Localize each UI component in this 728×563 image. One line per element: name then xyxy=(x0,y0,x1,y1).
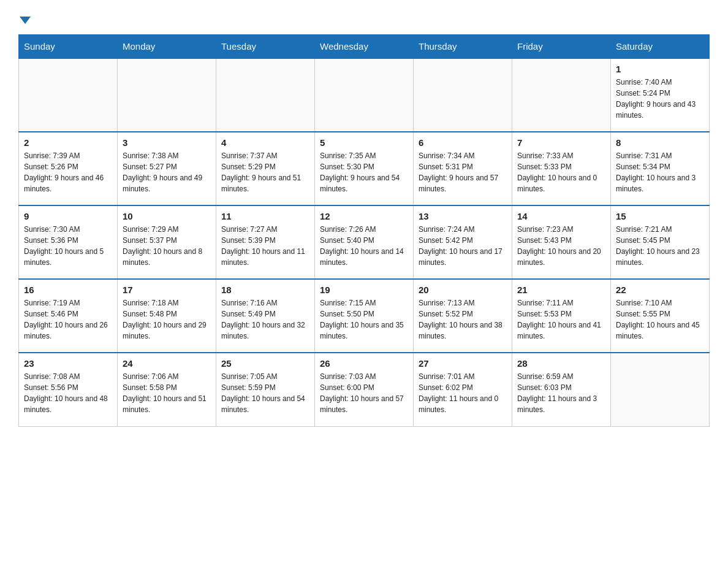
calendar-cell: 16Sunrise: 7:19 AM Sunset: 5:46 PM Dayli… xyxy=(19,279,118,353)
calendar-cell: 11Sunrise: 7:27 AM Sunset: 5:39 PM Dayli… xyxy=(216,205,315,279)
day-number: 9 xyxy=(24,211,112,221)
day-number: 11 xyxy=(221,211,309,221)
day-info: Sunrise: 7:15 AM Sunset: 5:50 PM Dayligh… xyxy=(320,297,408,342)
day-info: Sunrise: 7:35 AM Sunset: 5:30 PM Dayligh… xyxy=(320,150,408,194)
calendar-header-wednesday: Wednesday xyxy=(315,35,414,59)
calendar-cell: 12Sunrise: 7:26 AM Sunset: 5:40 PM Dayli… xyxy=(315,205,414,279)
day-number: 17 xyxy=(123,285,211,295)
logo-triangle-icon xyxy=(20,17,31,24)
calendar-cell: 19Sunrise: 7:15 AM Sunset: 5:50 PM Dayli… xyxy=(315,279,414,353)
day-number: 13 xyxy=(419,211,507,221)
calendar-cell: 2Sunrise: 7:39 AM Sunset: 5:26 PM Daylig… xyxy=(19,132,118,205)
calendar-header-saturday: Saturday xyxy=(611,35,710,59)
day-number: 5 xyxy=(320,137,408,148)
day-number: 18 xyxy=(221,285,309,295)
day-info: Sunrise: 7:31 AM Sunset: 5:34 PM Dayligh… xyxy=(616,150,704,194)
day-info: Sunrise: 7:13 AM Sunset: 5:52 PM Dayligh… xyxy=(419,297,507,342)
day-info: Sunrise: 7:19 AM Sunset: 5:46 PM Dayligh… xyxy=(24,297,112,342)
calendar-header-row: SundayMondayTuesdayWednesdayThursdayFrid… xyxy=(19,35,710,59)
calendar-cell: 27Sunrise: 7:01 AM Sunset: 6:02 PM Dayli… xyxy=(414,353,512,426)
day-number: 7 xyxy=(517,137,605,148)
calendar-header-sunday: Sunday xyxy=(19,35,118,59)
day-number: 14 xyxy=(517,211,605,221)
calendar-cell: 3Sunrise: 7:38 AM Sunset: 5:27 PM Daylig… xyxy=(118,132,216,205)
calendar-cell xyxy=(414,58,512,132)
calendar-cell: 6Sunrise: 7:34 AM Sunset: 5:31 PM Daylig… xyxy=(414,132,512,205)
day-info: Sunrise: 7:16 AM Sunset: 5:49 PM Dayligh… xyxy=(221,297,309,342)
calendar-cell: 9Sunrise: 7:30 AM Sunset: 5:36 PM Daylig… xyxy=(19,205,118,279)
calendar-cell xyxy=(19,58,118,132)
day-info: Sunrise: 7:18 AM Sunset: 5:48 PM Dayligh… xyxy=(123,297,211,342)
day-info: Sunrise: 6:59 AM Sunset: 6:03 PM Dayligh… xyxy=(517,371,605,415)
calendar-cell: 15Sunrise: 7:21 AM Sunset: 5:45 PM Dayli… xyxy=(611,205,710,279)
day-info: Sunrise: 7:39 AM Sunset: 5:26 PM Dayligh… xyxy=(24,150,112,194)
calendar-cell: 14Sunrise: 7:23 AM Sunset: 5:43 PM Dayli… xyxy=(512,205,611,279)
day-info: Sunrise: 7:40 AM Sunset: 5:24 PM Dayligh… xyxy=(616,77,704,121)
calendar-week-row: 23Sunrise: 7:08 AM Sunset: 5:56 PM Dayli… xyxy=(19,353,710,426)
day-info: Sunrise: 7:21 AM Sunset: 5:45 PM Dayligh… xyxy=(616,224,704,268)
day-number: 25 xyxy=(221,358,309,369)
day-number: 4 xyxy=(221,137,309,148)
calendar-week-row: 9Sunrise: 7:30 AM Sunset: 5:36 PM Daylig… xyxy=(19,205,710,279)
day-number: 1 xyxy=(616,64,704,74)
calendar-cell xyxy=(118,58,216,132)
day-info: Sunrise: 7:29 AM Sunset: 5:37 PM Dayligh… xyxy=(123,224,211,268)
calendar-cell: 22Sunrise: 7:10 AM Sunset: 5:55 PM Dayli… xyxy=(611,279,710,353)
day-number: 23 xyxy=(24,358,112,369)
day-info: Sunrise: 7:26 AM Sunset: 5:40 PM Dayligh… xyxy=(320,224,408,268)
day-number: 24 xyxy=(123,358,211,369)
day-info: Sunrise: 7:05 AM Sunset: 5:59 PM Dayligh… xyxy=(221,371,309,415)
day-number: 8 xyxy=(616,137,704,148)
day-info: Sunrise: 7:11 AM Sunset: 5:53 PM Dayligh… xyxy=(517,297,605,342)
calendar-cell: 21Sunrise: 7:11 AM Sunset: 5:53 PM Dayli… xyxy=(512,279,611,353)
day-number: 28 xyxy=(517,358,605,369)
day-info: Sunrise: 7:38 AM Sunset: 5:27 PM Dayligh… xyxy=(123,150,211,194)
calendar-header-tuesday: Tuesday xyxy=(216,35,315,59)
calendar-cell: 24Sunrise: 7:06 AM Sunset: 5:58 PM Dayli… xyxy=(118,353,216,426)
calendar-week-row: 2Sunrise: 7:39 AM Sunset: 5:26 PM Daylig… xyxy=(19,132,710,205)
calendar-cell: 23Sunrise: 7:08 AM Sunset: 5:56 PM Dayli… xyxy=(19,353,118,426)
day-number: 2 xyxy=(24,137,112,148)
day-info: Sunrise: 7:01 AM Sunset: 6:02 PM Dayligh… xyxy=(419,371,507,415)
calendar-cell xyxy=(512,58,611,132)
calendar-cell: 13Sunrise: 7:24 AM Sunset: 5:42 PM Dayli… xyxy=(414,205,512,279)
day-info: Sunrise: 7:08 AM Sunset: 5:56 PM Dayligh… xyxy=(24,371,112,415)
day-number: 6 xyxy=(419,137,507,148)
calendar-header-thursday: Thursday xyxy=(414,35,512,59)
day-number: 26 xyxy=(320,358,408,369)
calendar-cell xyxy=(315,58,414,132)
day-number: 27 xyxy=(419,358,507,369)
calendar-cell: 10Sunrise: 7:29 AM Sunset: 5:37 PM Dayli… xyxy=(118,205,216,279)
calendar-cell: 17Sunrise: 7:18 AM Sunset: 5:48 PM Dayli… xyxy=(118,279,216,353)
day-number: 3 xyxy=(123,137,211,148)
day-number: 10 xyxy=(123,211,211,221)
calendar-cell: 28Sunrise: 6:59 AM Sunset: 6:03 PM Dayli… xyxy=(512,353,611,426)
day-info: Sunrise: 7:06 AM Sunset: 5:58 PM Dayligh… xyxy=(123,371,211,415)
day-info: Sunrise: 7:30 AM Sunset: 5:36 PM Dayligh… xyxy=(24,224,112,268)
day-info: Sunrise: 7:10 AM Sunset: 5:55 PM Dayligh… xyxy=(616,297,704,342)
day-info: Sunrise: 7:33 AM Sunset: 5:33 PM Dayligh… xyxy=(517,150,605,194)
calendar-header-monday: Monday xyxy=(118,35,216,59)
day-number: 12 xyxy=(320,211,408,221)
day-info: Sunrise: 7:37 AM Sunset: 5:29 PM Dayligh… xyxy=(221,150,309,194)
day-number: 19 xyxy=(320,285,408,295)
calendar-cell: 20Sunrise: 7:13 AM Sunset: 5:52 PM Dayli… xyxy=(414,279,512,353)
day-info: Sunrise: 7:34 AM Sunset: 5:31 PM Dayligh… xyxy=(419,150,507,194)
calendar-cell xyxy=(216,58,315,132)
calendar-header-friday: Friday xyxy=(512,35,611,59)
calendar-cell: 4Sunrise: 7:37 AM Sunset: 5:29 PM Daylig… xyxy=(216,132,315,205)
day-info: Sunrise: 7:27 AM Sunset: 5:39 PM Dayligh… xyxy=(221,224,309,268)
calendar-cell: 18Sunrise: 7:16 AM Sunset: 5:49 PM Dayli… xyxy=(216,279,315,353)
day-info: Sunrise: 7:23 AM Sunset: 5:43 PM Dayligh… xyxy=(517,224,605,268)
day-number: 20 xyxy=(419,285,507,295)
calendar-cell xyxy=(611,353,710,426)
day-info: Sunrise: 7:03 AM Sunset: 6:00 PM Dayligh… xyxy=(320,371,408,415)
calendar-cell: 25Sunrise: 7:05 AM Sunset: 5:59 PM Dayli… xyxy=(216,353,315,426)
calendar-week-row: 16Sunrise: 7:19 AM Sunset: 5:46 PM Dayli… xyxy=(19,279,710,353)
calendar-cell: 5Sunrise: 7:35 AM Sunset: 5:30 PM Daylig… xyxy=(315,132,414,205)
calendar-cell: 26Sunrise: 7:03 AM Sunset: 6:00 PM Dayli… xyxy=(315,353,414,426)
logo xyxy=(18,12,31,28)
day-info: Sunrise: 7:24 AM Sunset: 5:42 PM Dayligh… xyxy=(419,224,507,268)
calendar-week-row: 1Sunrise: 7:40 AM Sunset: 5:24 PM Daylig… xyxy=(19,58,710,132)
day-number: 21 xyxy=(517,285,605,295)
